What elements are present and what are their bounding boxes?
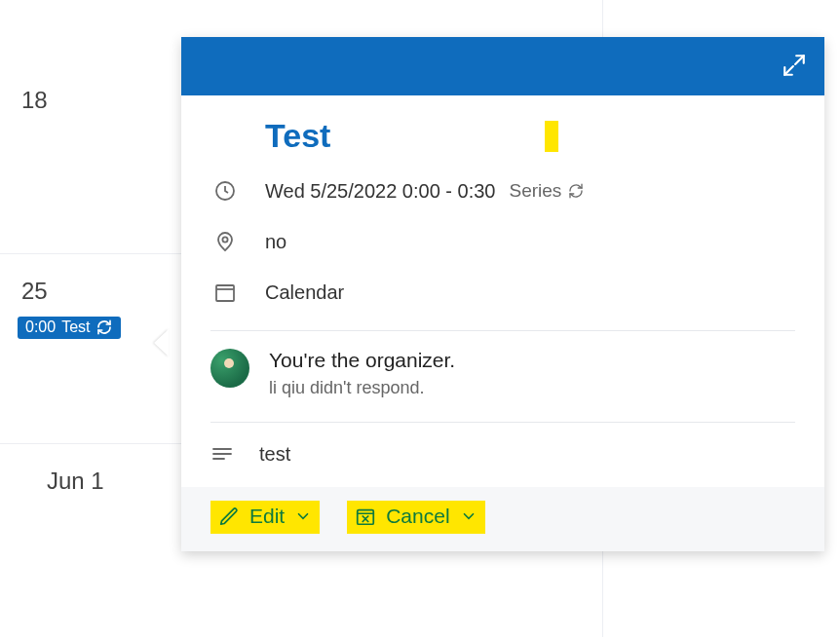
- location-icon: [210, 227, 240, 256]
- chevron-down-icon: [294, 507, 312, 525]
- event-chip-title: Test: [61, 318, 90, 336]
- pencil-icon: [218, 506, 240, 527]
- event-chip-time: 0:00: [25, 318, 56, 336]
- popover-footer: Edit Cancel: [181, 487, 824, 551]
- notes-icon: [210, 442, 234, 466]
- edit-button[interactable]: Edit: [210, 501, 320, 534]
- popover-pointer: [154, 329, 169, 356]
- notes-row: test: [210, 442, 795, 466]
- recurrence-icon: [567, 182, 585, 200]
- chevron-down-icon: [460, 507, 477, 525]
- event-popover: Test Wed 5/25/2022 0:00 - 0:30 Series: [181, 37, 824, 551]
- series-link[interactable]: Series: [509, 180, 585, 202]
- event-location: no: [265, 231, 286, 253]
- popover-header: [181, 37, 824, 95]
- organizer-line: You're the organizer.: [269, 349, 455, 372]
- event-title: Test: [265, 117, 330, 155]
- calendar-row: Calendar: [210, 278, 795, 307]
- svg-point-1: [222, 237, 227, 242]
- event-notes: test: [259, 443, 290, 466]
- cancel-label: Cancel: [386, 505, 449, 528]
- svg-rect-6: [358, 510, 374, 525]
- recurrence-icon: [95, 318, 113, 336]
- location-row: no: [210, 227, 795, 256]
- popover-body: Test Wed 5/25/2022 0:00 - 0:30 Series: [181, 95, 824, 466]
- series-label: Series: [509, 180, 561, 202]
- event-datetime: Wed 5/25/2022 0:00 - 0:30: [265, 180, 495, 203]
- svg-rect-2: [216, 285, 234, 301]
- divider: [210, 330, 795, 331]
- event-chip[interactable]: 0:00 Test: [18, 317, 121, 339]
- edit-label: Edit: [249, 505, 285, 528]
- expand-button[interactable]: [778, 49, 811, 82]
- avatar: [210, 349, 249, 388]
- clock-icon: [210, 176, 240, 206]
- cancel-event-icon: [355, 506, 376, 527]
- response-line: li qiu didn't respond.: [269, 378, 455, 398]
- cancel-button[interactable]: Cancel: [347, 501, 484, 534]
- highlight-marker: [545, 121, 558, 152]
- calendar-icon: [210, 278, 240, 307]
- title-row: Test: [210, 117, 795, 155]
- divider: [210, 422, 795, 423]
- event-calendar-name: Calendar: [265, 281, 344, 304]
- organizer-row: You're the organizer. li qiu didn't resp…: [210, 349, 795, 398]
- datetime-row: Wed 5/25/2022 0:00 - 0:30 Series: [210, 176, 795, 206]
